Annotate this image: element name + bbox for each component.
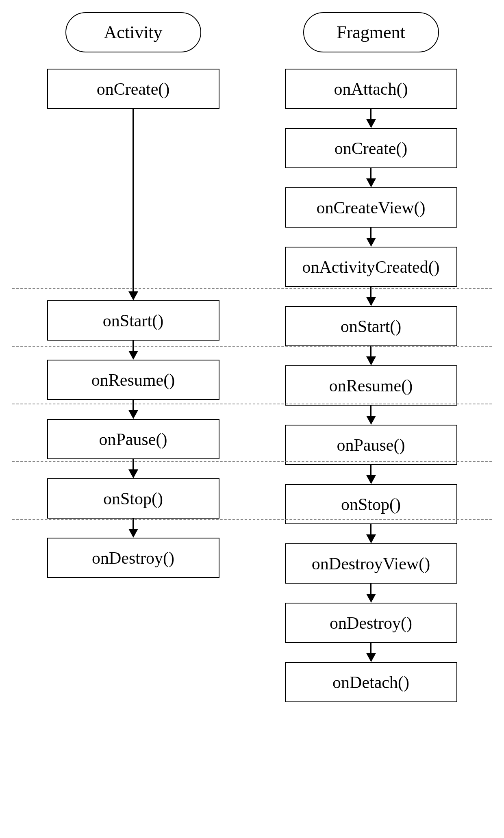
fragment-onresume-box: onResume() — [285, 365, 457, 406]
fragment-oncreate-label: onCreate() — [335, 139, 408, 158]
fragment-ondestroyview-label: onDestroyView() — [312, 554, 430, 573]
fragment-ondestroy-label: onDestroy() — [330, 613, 412, 633]
arrow — [366, 406, 376, 425]
divider-2 — [12, 346, 492, 347]
activity-ondestroy-box: onDestroy() — [47, 538, 219, 578]
divider-4 — [12, 461, 492, 462]
arrow — [128, 459, 138, 478]
fragment-onstop-box: onStop() — [285, 484, 457, 524]
fragment-header-label: Fragment — [337, 22, 405, 43]
activity-onstop-label: onStop() — [103, 489, 163, 508]
arrow — [366, 524, 376, 543]
activity-onstart-label: onStart() — [103, 311, 163, 330]
activity-ondestroy-label: onDestroy() — [92, 548, 174, 568]
arrow — [128, 341, 138, 360]
arrow — [366, 228, 376, 247]
arrow — [128, 400, 138, 419]
fragment-onpause-box: onPause() — [285, 425, 457, 465]
fragment-header: Fragment — [303, 12, 439, 52]
activity-onresume-box: onResume() — [47, 360, 219, 400]
activity-onpause-label: onPause() — [99, 430, 167, 449]
arrow — [366, 584, 376, 603]
divider-1 — [12, 288, 492, 289]
fragment-onactivitycreated-box: onActivityCreated() — [285, 247, 457, 287]
fragment-column: Fragment onAttach() onCreate() onCreateV… — [268, 12, 474, 702]
fragment-onattach-label: onAttach() — [334, 79, 408, 99]
fragment-ondestroy-box: onDestroy() — [285, 603, 457, 643]
fragment-ondestroyview-box: onDestroyView() — [285, 543, 457, 584]
activity-oncreate-box: onCreate() — [47, 69, 219, 109]
activity-header-label: Activity — [104, 22, 162, 43]
fragment-onpause-label: onPause() — [337, 435, 405, 455]
arrow — [128, 519, 138, 538]
activity-column: Activity onCreate() onStart() onResume() — [30, 12, 236, 702]
arrow — [366, 346, 376, 365]
fragment-oncreateview-label: onCreateView() — [316, 198, 425, 217]
fragment-onattach-box: onAttach() — [285, 69, 457, 109]
fragment-onresume-label: onResume() — [329, 376, 413, 395]
arrow — [366, 465, 376, 484]
long-arrow — [128, 109, 138, 300]
arrow — [366, 643, 376, 662]
arrow — [366, 109, 376, 128]
activity-onstop-box: onStop() — [47, 478, 219, 519]
fragment-onactivitycreated-label: onActivityCreated() — [302, 257, 439, 277]
fragment-ondetach-box: onDetach() — [285, 662, 457, 702]
fragment-ondetach-label: onDetach() — [332, 673, 409, 692]
fragment-onstart-label: onStart() — [341, 317, 401, 336]
lifecycle-diagram: Activity onCreate() onStart() onResume() — [12, 12, 492, 702]
activity-onresume-label: onResume() — [91, 370, 175, 390]
fragment-onstop-label: onStop() — [341, 495, 401, 514]
divider-3 — [12, 404, 492, 404]
activity-onstart-box: onStart() — [47, 300, 219, 341]
fragment-oncreate-box: onCreate() — [285, 128, 457, 168]
fragment-onstart-box: onStart() — [285, 306, 457, 346]
divider-5 — [12, 519, 492, 520]
activity-onpause-box: onPause() — [47, 419, 219, 459]
arrow — [366, 168, 376, 187]
activity-header: Activity — [65, 12, 201, 52]
arrow — [366, 287, 376, 306]
activity-oncreate-label: onCreate() — [97, 79, 170, 99]
fragment-oncreateview-box: onCreateView() — [285, 187, 457, 228]
